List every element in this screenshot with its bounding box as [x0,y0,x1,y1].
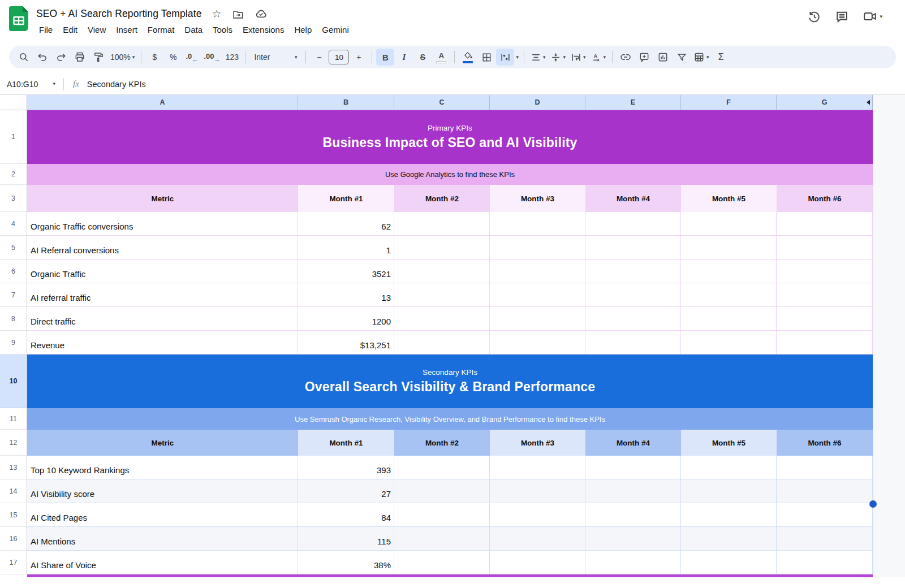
increase-decimal-button[interactable]: .00→ [201,49,222,66]
empty-cell[interactable] [585,456,681,479]
menu-edit[interactable]: Edit [58,23,83,36]
value-cell[interactable]: 1 [298,236,394,260]
empty-cell[interactable] [681,260,777,283]
menu-tools[interactable]: Tools [208,23,238,36]
row-header-9[interactable]: 9 [0,331,27,354]
merge-options-caret[interactable]: ▾ [516,55,519,60]
sheets-logo-icon[interactable] [9,6,28,31]
empty-cell[interactable] [585,503,681,527]
select-all-corner[interactable] [0,95,27,110]
empty-cell[interactable] [585,307,681,331]
empty-cell[interactable] [681,503,777,527]
version-history-button[interactable] [807,10,821,24]
value-cell[interactable]: 13 [298,283,394,307]
header-cell[interactable]: Month #1 [298,430,394,456]
paint-format-button[interactable] [89,49,107,66]
empty-cell[interactable] [490,503,585,527]
secondary-subtitle-cell[interactable]: Use Semrush Organic Research, Visibility… [27,408,873,430]
empty-cell[interactable] [777,551,873,574]
document-title[interactable]: SEO + AI Search Reporting Template [36,8,201,20]
redo-button[interactable] [52,49,70,66]
empty-cell[interactable] [490,236,585,260]
empty-cell[interactable] [681,307,777,331]
column-header-e[interactable]: E [585,95,681,110]
metric-cell[interactable]: Top 10 Keyword Rankings [27,456,298,479]
empty-cell[interactable] [394,260,490,283]
metric-cell[interactable]: AI Share of Voice [27,551,298,574]
header-cell[interactable]: Month #6 [777,430,873,456]
metric-cell[interactable]: Direct traffic [27,307,298,331]
empty-cell[interactable] [585,551,681,574]
value-cell[interactable]: 115 [298,527,394,551]
text-color-button[interactable]: A [432,49,450,66]
hidden-columns-marker-icon[interactable] [866,100,870,105]
metric-cell[interactable]: AI Mentions [27,527,298,551]
empty-cell[interactable] [394,212,490,236]
row-header-8[interactable]: 8 [0,307,27,331]
zoom-select[interactable]: 100% ▾ [108,49,137,66]
metric-cell[interactable]: Revenue [27,331,298,354]
functions-button[interactable]: Σ [712,49,730,66]
header-cell[interactable]: Month #3 [490,185,585,212]
decrease-font-size-button[interactable]: − [310,49,328,66]
row-header-12[interactable]: 12 [0,430,27,456]
column-header-a[interactable]: A [27,95,298,110]
print-button[interactable] [71,49,89,66]
cloud-status-icon[interactable] [255,7,268,20]
empty-cell[interactable] [681,551,777,574]
empty-cell[interactable] [777,527,873,551]
metric-cell[interactable]: AI Referral conversions [27,236,298,260]
bold-button[interactable]: B [376,49,394,66]
row-header-15[interactable]: 15 [0,503,27,527]
menu-file[interactable]: File [34,23,58,36]
empty-cell[interactable] [394,479,490,503]
row-header-10-selected[interactable]: 10 [0,354,27,408]
column-header-f[interactable]: F [681,95,777,110]
empty-cell[interactable] [681,331,777,354]
metric-cell[interactable]: AI Visibility score [27,479,298,503]
metric-cell[interactable]: AI referral traffic [27,283,298,307]
value-cell[interactable]: 84 [298,503,394,527]
value-cell[interactable]: 3521 [298,260,394,283]
empty-cell[interactable] [490,212,585,236]
menu-format[interactable]: Format [143,23,180,36]
decrease-decimal-button[interactable]: .0← [183,49,201,66]
horizontal-align-button[interactable]: ▾ [528,49,548,66]
row-header-6[interactable]: 6 [0,260,27,283]
empty-cell[interactable] [681,236,777,260]
insert-chart-button[interactable] [654,49,672,66]
empty-cell[interactable] [394,307,490,331]
header-cell[interactable]: Month #4 [585,185,681,212]
text-wrap-button[interactable]: ▾ [568,49,588,66]
row-header-16[interactable]: 16 [0,527,27,551]
empty-cell[interactable] [585,479,681,503]
font-size-input[interactable]: 10 [329,50,349,64]
empty-cell[interactable] [490,527,585,551]
row-header-4[interactable]: 4 [0,212,27,236]
empty-cell[interactable] [490,479,585,503]
value-cell[interactable]: 38% [298,551,394,574]
empty-cell[interactable] [394,503,490,527]
text-rotation-button[interactable]: A ▾ [589,49,609,66]
empty-cell[interactable] [777,479,873,503]
row-header-1[interactable]: 1 [0,110,27,164]
header-cell[interactable]: Month #4 [585,430,681,456]
row-header-5[interactable]: 5 [0,236,27,260]
empty-cell[interactable] [585,212,681,236]
header-cell[interactable]: Metric [27,430,298,456]
metric-cell[interactable]: Organic Traffic [27,260,298,283]
column-header-g[interactable]: G [777,95,873,110]
value-cell[interactable]: 393 [298,456,394,479]
empty-cell[interactable] [490,456,585,479]
borders-button[interactable] [477,49,495,66]
meet-button[interactable]: ▾ [863,9,882,24]
selection-fill-handle[interactable] [869,500,877,508]
font-family-select[interactable]: Inter ▾ [249,49,301,66]
vertical-align-button[interactable]: ▾ [548,49,568,66]
row-header-17[interactable]: 17 [0,551,27,574]
empty-cell[interactable] [777,503,873,527]
empty-cell[interactable] [490,260,585,283]
empty-cell[interactable] [394,456,490,479]
metric-cell[interactable]: Organic Traffic conversions [27,212,298,236]
empty-cell[interactable] [394,236,490,260]
